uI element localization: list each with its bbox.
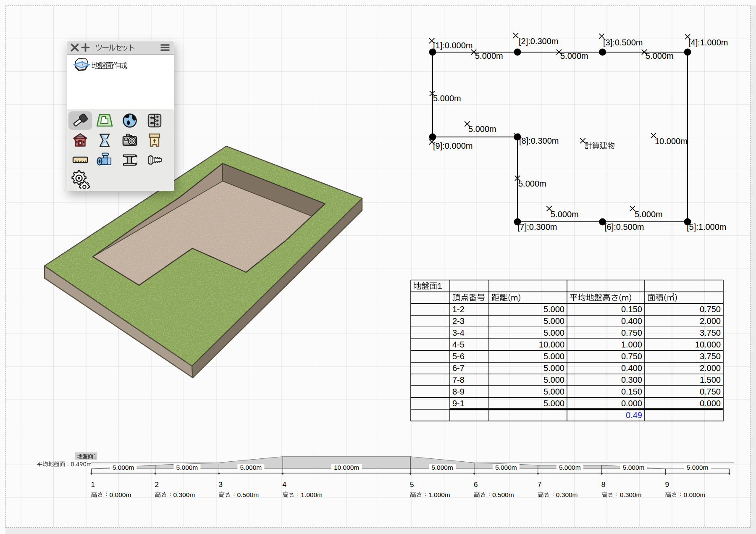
svg-text:0.300m: 0.300m — [173, 491, 195, 498]
svg-text:7: 7 — [538, 481, 541, 489]
svg-text:0.400: 0.400 — [621, 363, 642, 373]
svg-text:5.000m: 5.000m — [431, 464, 453, 471]
svg-text:8-9: 8-9 — [452, 387, 465, 396]
svg-text:5.000m: 5.000m — [551, 210, 579, 219]
svg-text:[5]:1.000m: [5]:1.000m — [687, 222, 727, 231]
svg-text:3: 3 — [218, 481, 222, 489]
svg-text:1-2: 1-2 — [452, 305, 465, 314]
svg-text:5.000m: 5.000m — [176, 464, 198, 471]
svg-text:9: 9 — [665, 481, 669, 489]
svg-text:5.000m: 5.000m — [646, 51, 674, 61]
svg-text:5.000m: 5.000m — [559, 464, 581, 471]
svg-text:5.000m: 5.000m — [495, 464, 517, 471]
svg-text:5.000: 5.000 — [543, 328, 564, 337]
svg-text:9-1: 9-1 — [452, 399, 465, 408]
svg-text:1.000m: 1.000m — [301, 491, 323, 498]
svg-text:5.000m: 5.000m — [635, 210, 663, 219]
svg-text:1.500: 1.500 — [700, 375, 721, 384]
svg-text:4-5: 4-5 — [452, 340, 465, 349]
svg-text:[2]:0.300m: [2]:0.300m — [519, 37, 559, 46]
svg-text:5.000: 5.000 — [543, 387, 564, 396]
svg-text:1: 1 — [91, 481, 95, 489]
svg-text:0.000: 0.000 — [621, 399, 642, 408]
svg-text:2-3: 2-3 — [452, 316, 465, 326]
svg-text:5.000m: 5.000m — [560, 51, 588, 61]
svg-text:2.000: 2.000 — [700, 316, 721, 326]
svg-text:5.000m: 5.000m — [475, 51, 503, 61]
svg-text:0.300: 0.300 — [621, 375, 642, 384]
svg-text:5.000: 5.000 — [543, 305, 564, 314]
svg-text:8: 8 — [601, 481, 605, 489]
svg-text:10.000: 10.000 — [539, 340, 564, 349]
svg-text:5.000m: 5.000m — [687, 464, 709, 471]
svg-text:10.000: 10.000 — [695, 340, 721, 349]
svg-text:[3]:0.500m: [3]:0.500m — [603, 38, 643, 47]
svg-text:10.000m: 10.000m — [655, 137, 688, 146]
svg-text:5.000m: 5.000m — [240, 464, 262, 471]
svg-text:5.000: 5.000 — [543, 399, 564, 408]
svg-text:5.000: 5.000 — [543, 352, 564, 361]
svg-text:0.300m: 0.300m — [620, 491, 642, 498]
svg-text:0.000m: 0.000m — [110, 491, 131, 498]
svg-text:0.500m: 0.500m — [492, 491, 514, 498]
svg-text:0.750: 0.750 — [621, 352, 642, 361]
svg-text:0.300m: 0.300m — [556, 491, 578, 498]
svg-text:0.400: 0.400 — [621, 316, 642, 326]
svg-text:5.000m: 5.000m — [623, 464, 645, 471]
svg-text:[6]:0.500m: [6]:0.500m — [604, 222, 644, 231]
svg-text:0.000: 0.000 — [700, 399, 721, 408]
svg-text:0.150: 0.150 — [621, 387, 642, 396]
svg-text:5.000m: 5.000m — [433, 94, 461, 103]
svg-text:5.000: 5.000 — [543, 316, 564, 326]
svg-text:5.000: 5.000 — [543, 375, 564, 384]
svg-text:2: 2 — [155, 481, 158, 489]
svg-text:3.750: 3.750 — [700, 328, 721, 337]
svg-text:4: 4 — [282, 481, 286, 489]
svg-text:10.000m: 10.000m — [334, 464, 359, 471]
svg-text:5.000m: 5.000m — [468, 124, 496, 134]
svg-text:7-8: 7-8 — [452, 375, 465, 384]
svg-text:5-6: 5-6 — [452, 352, 465, 361]
svg-text:[7]:0.300m: [7]:0.300m — [517, 222, 557, 231]
svg-text:[8]:0.300m: [8]:0.300m — [519, 136, 559, 145]
svg-text:0.150: 0.150 — [621, 305, 642, 314]
svg-text:0.500m: 0.500m — [237, 491, 259, 498]
svg-text:[9]:0.000m: [9]:0.000m — [433, 141, 473, 150]
svg-text:[1]:0.000m: [1]:0.000m — [433, 41, 473, 50]
svg-text:[4]:1.000m: [4]:1.000m — [688, 38, 728, 47]
svg-text:6-7: 6-7 — [452, 363, 465, 373]
svg-text:0.750: 0.750 — [700, 387, 721, 396]
svg-text:2.000: 2.000 — [700, 363, 721, 373]
svg-text:0.000m: 0.000m — [684, 491, 706, 498]
svg-text:3.750: 3.750 — [700, 352, 721, 361]
svg-text:1.000m: 1.000m — [428, 491, 450, 498]
svg-text:6: 6 — [474, 481, 478, 489]
svg-text:5.000m: 5.000m — [518, 179, 546, 188]
svg-text:0.750: 0.750 — [700, 305, 721, 314]
svg-text:5: 5 — [410, 481, 414, 489]
svg-text:0.750: 0.750 — [621, 328, 642, 337]
svg-text:0.49: 0.49 — [626, 410, 642, 420]
svg-text:5.000m: 5.000m — [113, 464, 134, 471]
svg-text:1.000: 1.000 — [621, 340, 642, 349]
svg-text:5.000: 5.000 — [543, 363, 564, 373]
svg-text:3-4: 3-4 — [452, 328, 465, 337]
